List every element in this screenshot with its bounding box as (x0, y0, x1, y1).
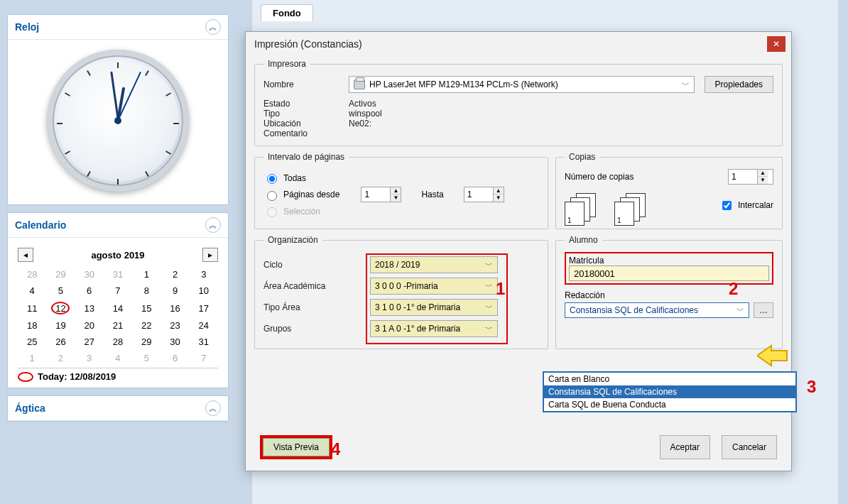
propiedades-button[interactable]: Propiedades (705, 76, 773, 93)
grupos-select[interactable]: 3 1 A 0 -1° de Primaria﹀ (370, 320, 498, 337)
chevron-down-icon: ﹀ (485, 281, 493, 292)
cal-day[interactable]: 13 (75, 299, 104, 317)
cal-day[interactable]: 2 (46, 350, 75, 366)
calendar-grid[interactable]: 2829303112345678910111213141516171819202… (18, 266, 218, 366)
reloj-title: Reloj (15, 21, 39, 33)
cal-day[interactable]: 29 (132, 334, 161, 350)
collate-illustration: 321 321 (565, 193, 650, 221)
cal-day[interactable]: 4 (104, 350, 132, 366)
redaccion-option[interactable]: Constansia SQL de Calificaciones (544, 385, 795, 398)
cal-day[interactable]: 23 (161, 317, 189, 334)
aceptar-button[interactable]: Aceptar (660, 435, 710, 459)
matricula-input[interactable] (569, 265, 769, 281)
redaccion-option[interactable]: Carta SQL de Buena Conducta (544, 398, 795, 411)
numcopias-spinner[interactable]: ▲▼ (728, 169, 773, 185)
cal-prev-button[interactable]: ◂ (18, 248, 33, 262)
paginas-radio[interactable] (267, 191, 277, 201)
cal-day[interactable]: 29 (46, 266, 75, 283)
cal-day[interactable]: 28 (18, 266, 46, 283)
callout-4: 4 (331, 439, 340, 459)
cal-day[interactable]: 1 (132, 266, 161, 283)
cal-day[interactable]: 16 (161, 299, 189, 317)
cal-day[interactable]: 4 (18, 283, 46, 299)
tipoarea-label: Tipo Área (263, 302, 370, 312)
analog-clock (47, 50, 189, 192)
tab-fondo[interactable]: Fondo (261, 4, 313, 21)
hasta-label: Hasta (421, 190, 443, 199)
hasta-spinner[interactable]: ▲▼ (464, 187, 504, 202)
print-dialog: Impresión (Constancias) ✕ Impresora Nomb… (245, 31, 792, 471)
cal-day[interactable]: 30 (161, 334, 189, 350)
cal-day[interactable]: 7 (104, 283, 132, 299)
ciclo-select[interactable]: 2018 / 2019﹀ (370, 256, 498, 273)
cal-day[interactable]: 24 (190, 317, 218, 334)
cal-day[interactable]: 15 (132, 299, 161, 317)
redaccion-option[interactable]: Carta en Blanco (544, 373, 795, 385)
cal-day[interactable]: 6 (161, 350, 189, 366)
cal-day[interactable]: 22 (132, 317, 161, 334)
cal-day[interactable]: 18 (18, 317, 46, 334)
reloj-collapse-icon[interactable]: ︽ (205, 19, 221, 35)
cal-day[interactable]: 6 (75, 283, 104, 299)
redaccion-browse-button[interactable]: … (754, 302, 773, 318)
cal-day[interactable]: 9 (161, 283, 189, 299)
cal-day[interactable]: 10 (190, 283, 218, 299)
cal-day[interactable]: 7 (190, 350, 218, 366)
redaccion-label: Redacción (565, 290, 773, 300)
cal-day[interactable]: 5 (46, 283, 75, 299)
desde-spinner[interactable]: ▲▼ (361, 187, 401, 202)
cal-day[interactable]: 26 (46, 334, 75, 350)
calendario-title: Calendario (15, 219, 66, 231)
agtica-title: Ágtica (15, 402, 45, 414)
cal-day[interactable]: 2 (161, 266, 189, 283)
cal-day[interactable]: 25 (18, 334, 46, 350)
impresora-legend: Impresora (263, 59, 310, 69)
agtica-collapse-icon[interactable]: ︽ (205, 400, 221, 416)
matricula-label: Matrícula (569, 256, 769, 265)
cal-month-label: agosto 2019 (91, 250, 144, 261)
tipoarea-select[interactable]: 3 1 0 0 -1° de Primaria﹀ (370, 299, 498, 316)
cal-day[interactable]: 3 (75, 350, 104, 366)
close-icon[interactable]: ✕ (767, 36, 786, 52)
printer-name: HP LaserJet MFP M129-M134 PCLm-S (Networ… (369, 80, 678, 89)
cal-day[interactable]: 27 (75, 334, 104, 350)
printer-select[interactable]: HP LaserJet MFP M129-M134 PCLm-S (Networ… (349, 76, 695, 93)
intervalo-legend: Intervalo de páginas (263, 152, 349, 162)
calendario-collapse-icon[interactable]: ︽ (205, 217, 221, 233)
cal-day[interactable]: 8 (132, 283, 161, 299)
intercalar-checkbox[interactable]: Intercalar (719, 199, 773, 212)
copias-legend: Copias (565, 152, 599, 162)
dialog-title: Impresión (Constancias) (254, 38, 362, 50)
cal-day[interactable]: 12 (46, 299, 75, 317)
area-select[interactable]: 3 0 0 0 -Primaria﹀ (370, 278, 498, 295)
cal-day[interactable]: 11 (18, 299, 46, 317)
redaccion-dropdown[interactable]: Carta en BlancoConstansia SQL de Calific… (543, 371, 797, 412)
tipo-value: winspool (349, 109, 382, 119)
cal-day[interactable]: 17 (190, 299, 218, 317)
chevron-down-icon: ﹀ (485, 260, 493, 270)
cal-day[interactable]: 21 (104, 317, 132, 334)
vista-previa-wrap: Vista Previa (260, 435, 332, 459)
cal-day[interactable]: 14 (104, 299, 132, 317)
redaccion-select[interactable]: Constansia SQL de Calificaciones﹀ (565, 302, 749, 318)
cal-day[interactable]: 31 (104, 266, 132, 283)
vista-previa-button[interactable]: Vista Previa (263, 438, 330, 456)
cal-next-button[interactable]: ▸ (202, 248, 218, 262)
cal-day[interactable]: 5 (132, 350, 161, 366)
cal-day[interactable]: 19 (46, 317, 75, 334)
cal-day[interactable]: 1 (18, 350, 46, 366)
seleccion-label: Selección (283, 207, 320, 217)
cal-day[interactable]: 28 (104, 334, 132, 350)
copias-group: Copias Número de copias ▲▼ 321 321 Inter… (555, 152, 783, 229)
ubicacion-label: Ubicación (263, 119, 349, 128)
cal-day[interactable]: 30 (75, 266, 104, 283)
grupos-label: Grupos (263, 324, 370, 334)
todas-radio[interactable] (267, 174, 277, 184)
annotation-arrow-icon (757, 344, 788, 367)
cal-day[interactable]: 3 (190, 266, 218, 283)
cal-day[interactable]: 31 (190, 334, 218, 350)
cancelar-button[interactable]: Cancelar (722, 435, 777, 459)
cal-day[interactable]: 20 (75, 317, 104, 334)
chevron-down-icon: ﹀ (736, 305, 744, 316)
tipo-label: Tipo (263, 109, 349, 119)
